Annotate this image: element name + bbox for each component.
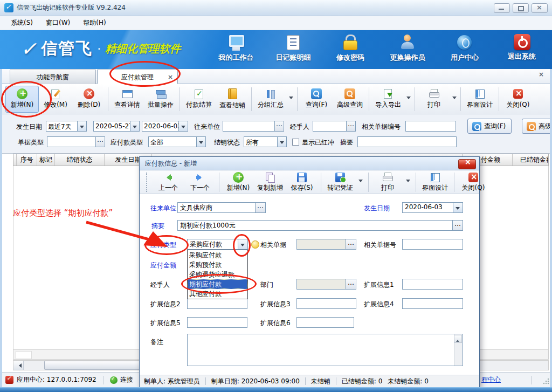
- ext3-input[interactable]: [296, 298, 356, 309]
- dropdown-option[interactable]: 采购退货应退款: [188, 270, 247, 279]
- col-settle-state[interactable]: 结销状态: [55, 154, 105, 166]
- dialog-voucher-button[interactable]: 转记凭证: [325, 171, 355, 193]
- ellipsis-icon[interactable]: [256, 202, 266, 213]
- show-reversed-checkbox[interactable]: [292, 139, 299, 146]
- ext5-input[interactable]: [187, 317, 247, 328]
- doc-no-filter-input[interactable]: [405, 121, 456, 132]
- date-from-combo[interactable]: 2020-05-27: [93, 121, 140, 132]
- col-seq[interactable]: 序号: [17, 154, 37, 166]
- toolbar-print-button[interactable]: 打印: [417, 86, 451, 113]
- col-flag[interactable]: 标记: [37, 154, 55, 166]
- ellipsis-icon[interactable]: [346, 279, 356, 290]
- scroll-left-icon[interactable]: [13, 361, 24, 370]
- scroll-up-icon[interactable]: [454, 335, 462, 343]
- toolbar-view-detail-button[interactable]: 查看详情: [111, 86, 144, 113]
- dialog-add-button[interactable]: 新增(N): [223, 171, 253, 193]
- banner-action-exit[interactable]: 退出系统: [501, 34, 542, 63]
- banner-action-change-password[interactable]: 修改密码: [330, 34, 371, 63]
- minimize-button[interactable]: [494, 3, 510, 13]
- toolbar-view-settle-button[interactable]: 查看结销: [216, 86, 249, 113]
- menu-system[interactable]: 系统(S): [4, 17, 39, 29]
- dialog-close-button[interactable]: [458, 159, 476, 169]
- refno-input[interactable]: [402, 239, 463, 250]
- paytype-combo[interactable]: 采购应付款: [187, 239, 248, 250]
- tabstrip-close-icon[interactable]: [539, 71, 547, 79]
- chevron-down-icon[interactable]: [452, 97, 457, 101]
- ext1-input[interactable]: [402, 279, 463, 290]
- advanced-query-button[interactable]: 高级查询: [522, 119, 552, 134]
- settle-state-combo[interactable]: 所有: [244, 136, 287, 147]
- summary-input[interactable]: 期初应付款1000元: [177, 220, 463, 231]
- dept-input[interactable]: [296, 279, 356, 290]
- ellipsis-icon[interactable]: [95, 137, 105, 147]
- banner-action-journal[interactable]: 日记账明细: [273, 34, 314, 63]
- dropdown-option[interactable]: 其他应付款: [188, 289, 247, 299]
- date-combo[interactable]: 2020-06-03: [402, 202, 463, 213]
- resize-grip[interactable]: [543, 378, 549, 384]
- refdoc-input[interactable]: [296, 239, 356, 250]
- dropdown-arrow-icon[interactable]: [238, 239, 248, 250]
- dropdown-option[interactable]: 采购应付款: [188, 250, 247, 260]
- toolbar-edit-button[interactable]: 修改(M): [39, 86, 72, 113]
- maximize-button[interactable]: [513, 3, 529, 13]
- dropdown-arrow-icon[interactable]: [277, 137, 286, 147]
- dropdown-arrow-icon[interactable]: [453, 202, 463, 213]
- note-scrollbar[interactable]: [454, 334, 463, 366]
- toolbar-query-button[interactable]: 查询(F): [300, 86, 333, 113]
- dialog-close-toolbar-button[interactable]: 关闭(Q): [458, 171, 488, 193]
- dropdown-arrow-icon[interactable]: [178, 121, 188, 131]
- toolbar-group-summary-button[interactable]: 分组汇总: [254, 86, 287, 113]
- ellipsis-icon[interactable]: [453, 220, 463, 231]
- date-range-combo[interactable]: 最近7天: [46, 121, 87, 132]
- note-textarea[interactable]: [187, 334, 463, 366]
- ext6-input[interactable]: [296, 317, 354, 328]
- ellipsis-icon[interactable]: [346, 121, 355, 131]
- dropdown-arrow-icon[interactable]: [196, 137, 205, 147]
- close-button[interactable]: [532, 3, 548, 13]
- toolbar-advanced-query-button[interactable]: 高级查询: [333, 86, 367, 113]
- toolbar-pay-settle-button[interactable]: 付款结算: [182, 86, 216, 113]
- dialog-print-button[interactable]: 打印: [372, 171, 403, 193]
- banner-action-workbench[interactable]: 我的工作台: [216, 34, 257, 63]
- unit-input[interactable]: 文具供应商: [177, 202, 266, 213]
- doc-type-filter-input[interactable]: [47, 136, 105, 147]
- toolbar-close-button[interactable]: 关闭(Q): [501, 86, 535, 113]
- tab-payables[interactable]: 应付款管理: [97, 70, 178, 84]
- toolbar-batch-button[interactable]: 批量操作: [144, 86, 177, 113]
- toolbar-import-export-button[interactable]: 导入导出: [371, 86, 405, 113]
- ext4-input[interactable]: [402, 298, 463, 309]
- dialog-copy-add-button[interactable]: 复制新增: [255, 171, 285, 193]
- toolbar-add-button[interactable]: 新增(N): [5, 86, 39, 113]
- chevron-down-icon[interactable]: [289, 97, 293, 101]
- pay-type-combo[interactable]: 全部: [148, 136, 206, 147]
- tab-navigation[interactable]: 功能导航窗: [10, 70, 96, 84]
- dropdown-arrow-icon[interactable]: [77, 121, 86, 131]
- ellipsis-icon[interactable]: [274, 121, 284, 131]
- menu-window[interactable]: 窗口(W): [39, 17, 77, 29]
- tab-close-icon[interactable]: [168, 70, 173, 84]
- unit-filter-input[interactable]: [223, 121, 284, 132]
- dialog-next-button[interactable]: 下一个: [185, 171, 215, 193]
- chevron-down-icon[interactable]: [406, 97, 411, 101]
- date-to-combo[interactable]: 2020-06-03: [142, 121, 188, 132]
- summary-filter-input[interactable]: [357, 136, 457, 147]
- banner-action-switch-operator[interactable]: 更换操作员: [387, 34, 428, 63]
- center-link[interactable]: 程中心: [481, 373, 501, 387]
- menu-help[interactable]: 帮助(H): [77, 17, 112, 29]
- banner-action-user-center[interactable]: 用户中心: [444, 34, 485, 63]
- query-button[interactable]: 查询(F): [467, 119, 512, 134]
- chevron-down-icon[interactable]: [406, 180, 410, 184]
- dialog-ui-design-button[interactable]: 界面设计: [420, 171, 450, 193]
- toolbar-ui-design-button[interactable]: 界面设计: [463, 86, 496, 113]
- col-settled-amount[interactable]: 已结销金额: [513, 154, 548, 166]
- dropdown-option-selected[interactable]: 期初应付款: [188, 279, 247, 289]
- ellipsis-icon[interactable]: [346, 239, 356, 250]
- chevron-down-icon[interactable]: [358, 180, 363, 184]
- toolbar-delete-button[interactable]: 删除(D): [72, 86, 106, 113]
- dropdown-option[interactable]: 采购预付款: [188, 260, 247, 270]
- agent-filter-input[interactable]: [313, 121, 356, 132]
- dialog-prev-button[interactable]: 上一个: [153, 171, 183, 193]
- ext2-input[interactable]: [187, 298, 247, 309]
- dialog-save-button[interactable]: 保存(S): [287, 171, 317, 193]
- dropdown-arrow-icon[interactable]: [130, 121, 139, 131]
